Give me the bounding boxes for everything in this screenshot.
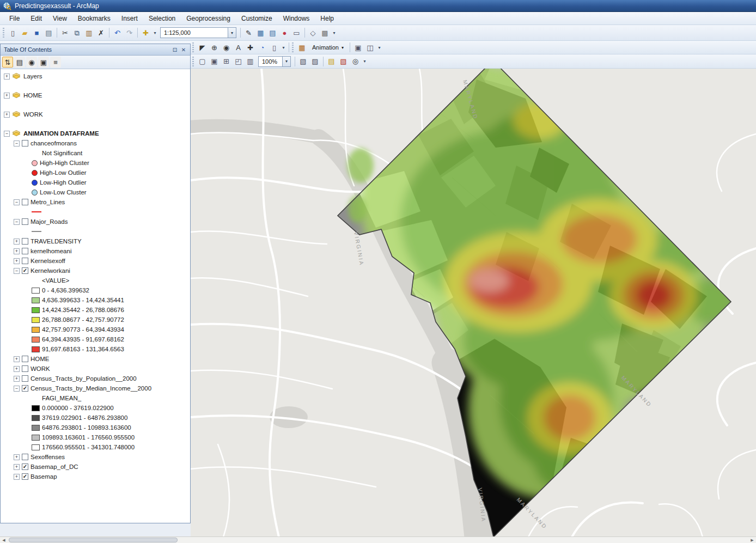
legend-color-swatch[interactable]	[32, 405, 40, 411]
legend-line-symbol[interactable]	[32, 231, 41, 232]
layer-visibility-checkbox[interactable]: ✓	[22, 463, 28, 470]
expand-icon[interactable]: +	[14, 376, 20, 382]
toc-list-source-button[interactable]: ▤	[14, 57, 25, 68]
layout-zoom-in-button[interactable]: ▢	[197, 56, 208, 67]
scroll-right-icon[interactable]: ▶	[748, 537, 756, 543]
print-button[interactable]: ▤	[43, 27, 54, 39]
animation-film-button[interactable]: ▦	[296, 42, 308, 53]
toc-list-visibility-button[interactable]: ◉	[26, 57, 37, 68]
legend-line-symbol[interactable]	[32, 211, 41, 212]
legend-color-swatch[interactable]	[32, 327, 40, 333]
layer-label[interactable]: Metro_Lines	[31, 199, 65, 205]
catalog-button[interactable]: ▤	[326, 56, 337, 67]
legend-color-swatch[interactable]	[32, 307, 40, 313]
expand-icon[interactable]: +	[14, 454, 20, 460]
find-button[interactable]: ◉	[221, 42, 232, 53]
attribute-table-button[interactable]: ▦	[255, 27, 266, 39]
layer-label[interactable]: Kernelworkani	[31, 267, 70, 274]
scroll-thumb[interactable]	[9, 538, 178, 542]
layer-label[interactable]: Basemap_of_DC	[31, 463, 78, 470]
collapse-icon[interactable]: −	[14, 268, 20, 274]
cut-button[interactable]: ✂	[59, 27, 71, 39]
layer-visibility-checkbox[interactable]	[22, 248, 28, 254]
search-button[interactable]: ◎	[350, 56, 361, 67]
collapse-icon[interactable]: −	[14, 141, 20, 147]
layer-label[interactable]: chanceofmorans	[31, 140, 77, 147]
collapse-icon[interactable]: −	[14, 199, 20, 205]
viewer-button[interactable]: ▭	[291, 27, 302, 39]
legend-point-symbol[interactable]	[32, 180, 38, 186]
combo-dropdown-icon[interactable]: ▾	[282, 57, 290, 66]
combo-dropdown-icon[interactable]: ▾	[228, 28, 236, 38]
layer-label[interactable]: Major_Roads	[31, 218, 68, 225]
layer-label[interactable]: ANIMATION DATAFRAME	[23, 130, 99, 137]
toolbar-grip[interactable]	[292, 42, 294, 52]
layout-100-button[interactable]: ▥	[245, 56, 256, 67]
focus-frame-button[interactable]: ▨	[309, 56, 321, 67]
legend-color-swatch[interactable]	[32, 346, 40, 352]
scroll-left-icon[interactable]: ◀	[0, 537, 8, 543]
layer-visibility-checkbox[interactable]	[22, 238, 28, 245]
legend-color-swatch[interactable]	[32, 425, 40, 431]
layer-label[interactable]: Census_Tracts_by_Median_Income__2000	[31, 385, 151, 392]
add-data-button[interactable]: ✚	[140, 27, 151, 39]
expand-icon[interactable]: +	[14, 258, 20, 264]
layer-visibility-checkbox[interactable]	[22, 199, 28, 205]
dropdown-arrow-icon[interactable]: ▾	[331, 27, 337, 39]
layout-pan-button[interactable]: ⊞	[221, 56, 232, 67]
editor-button[interactable]: ✎	[243, 27, 254, 39]
horizontal-scrollbar[interactable]: ◀ ▶	[0, 536, 756, 543]
layer-visibility-checkbox[interactable]: ✓	[22, 473, 28, 480]
animation-dropdown[interactable]: Animation▾	[308, 42, 347, 53]
legend-color-swatch[interactable]	[32, 317, 40, 323]
layer-visibility-checkbox[interactable]	[22, 140, 28, 147]
legend-point-symbol[interactable]	[32, 160, 38, 166]
redo-button[interactable]: ↷	[124, 27, 135, 39]
dropdown-arrow-icon[interactable]: ▾	[281, 42, 286, 53]
dropdown-arrow-icon[interactable]: ▾	[376, 42, 382, 53]
menu-insert[interactable]: Insert	[117, 13, 143, 24]
layer-label[interactable]: WORK	[31, 365, 50, 372]
menu-windows[interactable]: Windows	[278, 13, 315, 24]
new-document-button[interactable]: ▯	[7, 27, 19, 39]
connections-button[interactable]: ▩	[319, 27, 331, 39]
layer-label[interactable]: Sexoffenses	[31, 454, 65, 460]
menu-customize[interactable]: Customize	[236, 13, 277, 24]
legend-color-swatch[interactable]	[32, 444, 40, 450]
expand-icon[interactable]: +	[4, 74, 10, 80]
menu-help[interactable]: Help	[315, 13, 339, 24]
zoom-percent-combobox[interactable]: 100%▾	[258, 56, 291, 67]
expand-icon[interactable]: +	[14, 474, 20, 480]
toolbar-grip[interactable]	[192, 42, 194, 52]
expand-icon[interactable]: +	[14, 356, 20, 362]
legend-color-swatch[interactable]	[32, 297, 40, 303]
collapse-icon[interactable]: −	[4, 131, 10, 137]
expand-icon[interactable]: +	[14, 248, 20, 254]
menu-view[interactable]: View	[48, 13, 72, 24]
expand-icon[interactable]: +	[14, 464, 20, 470]
menu-edit[interactable]: Edit	[26, 13, 47, 24]
menu-file[interactable]: File	[4, 13, 25, 24]
open-folder-button[interactable]: ▰	[19, 27, 31, 39]
layer-label[interactable]: WORK	[23, 111, 43, 118]
scroll-track[interactable]	[8, 537, 748, 543]
pan-button[interactable]: ⊕	[209, 42, 220, 53]
table-options-button[interactable]: ▤	[267, 27, 278, 39]
toc-options-button[interactable]: ≡	[50, 57, 61, 68]
legend-point-symbol[interactable]	[32, 190, 38, 196]
expand-icon[interactable]: +	[4, 112, 10, 118]
layer-visibility-checkbox[interactable]	[22, 365, 28, 372]
capture-button[interactable]: ◫	[364, 42, 376, 53]
legend-color-swatch[interactable]	[32, 337, 40, 343]
layout-zoom-out-button[interactable]: ▣	[209, 56, 220, 67]
layer-label[interactable]: HOME	[23, 92, 42, 99]
layout-full-button[interactable]: ◰	[233, 56, 244, 67]
layer-label[interactable]: Census_Tracts_by_Population__2000	[31, 375, 137, 382]
camera-button[interactable]: ▣	[352, 42, 364, 53]
toggle-draft-button[interactable]: ▧	[297, 56, 309, 67]
layer-label[interactable]: TRAVELDENSITY	[31, 238, 82, 245]
go-to-xy-button[interactable]: ✚	[245, 42, 256, 53]
toolbar-grip[interactable]	[3, 28, 4, 38]
text-tool-button[interactable]: A	[233, 42, 244, 53]
toolbox-button[interactable]: ▧	[338, 56, 349, 67]
